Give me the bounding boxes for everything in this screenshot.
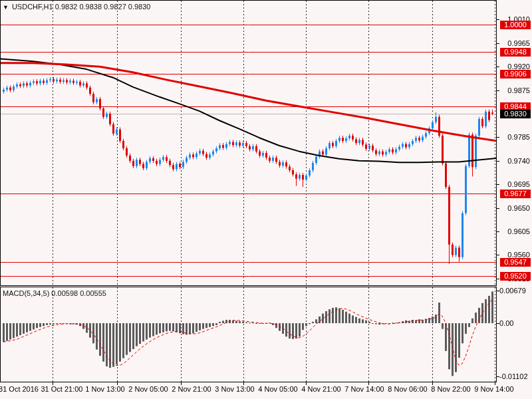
price-axis-label: 0.9650 [499,204,531,213]
macd-axis-label: 0.00 [499,319,531,328]
macd-axis-label: -0.01102 [499,372,531,381]
price-level-badge: 0.9948 [500,48,531,57]
price-level-badge: 0.9906 [500,70,531,78]
ohlc-readout: 0.9832 0.9838 0.9827 0.9830 [55,3,151,11]
price-level-badge: 0.9547 [500,258,531,267]
price-level-badge: 0.9520 [500,272,531,281]
chart-title: ▼USDCHF,H1 0.9832 0.9838 0.9827 0.9830 [3,3,150,12]
macd-indicator-label: MACD(5,34,5) 0.00598 0.00555 [3,289,106,298]
macd-axis-label: 0.00679 [499,287,531,295]
symbol-dropdown-icon[interactable]: ▼ [3,4,9,11]
price-axis-label: 0.9695 [499,180,531,189]
price-level-badge: 1.0000 [500,21,531,29]
chart-window: ▼USDCHF,H1 0.9832 0.9838 0.9827 0.9830 M… [0,0,532,399]
price-axis-label: 0.9740 [499,157,531,166]
chart-canvas[interactable] [0,0,532,399]
price-axis-label: 0.9605 [499,227,531,236]
current-price-badge: 0.9830 [500,110,531,118]
price-axis-label: 0.9875 [499,86,531,95]
price-level-badge: 0.9677 [500,190,531,198]
price-axis-label: 0.9785 [499,133,531,142]
symbol-timeframe-label: USDCHF,H1 [12,3,53,11]
time-axis-label: 9 Nov 14:00 [467,385,521,394]
price-axis-label: 0.9965 [499,39,531,48]
macd-values: 0.00598 0.00555 [51,289,106,297]
